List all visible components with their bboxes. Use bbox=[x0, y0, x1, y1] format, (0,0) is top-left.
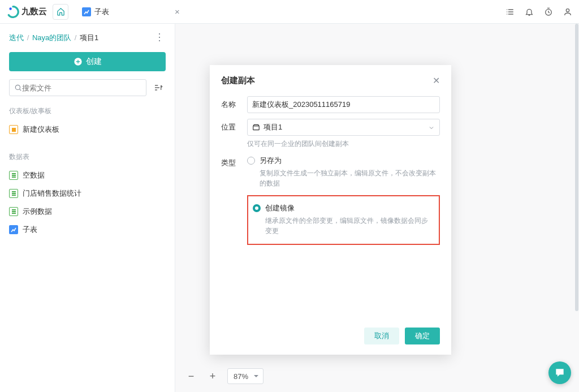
breadcrumb: 迭代 / Naya的团队 / 项目1 bbox=[9, 33, 98, 43]
help-fab[interactable] bbox=[548, 361, 571, 384]
chevron-down-icon bbox=[428, 124, 435, 131]
table-icon bbox=[9, 171, 18, 180]
dialog-title: 创建副本 bbox=[221, 75, 255, 86]
option-desc: 继承原文件的全部变更，编辑原文件，镜像数据会同步变更 bbox=[265, 216, 434, 236]
table-icon bbox=[9, 207, 18, 216]
create-button[interactable]: 创建 bbox=[9, 52, 166, 71]
chart-icon bbox=[82, 7, 91, 16]
type-label: 类型 bbox=[221, 154, 247, 245]
option-title: 另存为 bbox=[260, 156, 440, 166]
list-icon[interactable] bbox=[505, 7, 515, 16]
bell-icon[interactable] bbox=[525, 7, 534, 16]
name-input[interactable] bbox=[247, 96, 440, 113]
dashboard-icon bbox=[9, 125, 18, 134]
nav-label: 新建仪表板 bbox=[23, 124, 59, 135]
crumb-team[interactable]: Naya的团队 bbox=[32, 33, 71, 42]
search-input-wrap[interactable] bbox=[9, 79, 146, 96]
brand-text: 九数云 bbox=[21, 6, 47, 17]
brand-logo: 九数云 bbox=[7, 6, 47, 18]
radio-icon-selected bbox=[253, 204, 261, 212]
ok-button[interactable]: 确定 bbox=[405, 328, 440, 344]
nav-item-table-3[interactable]: 子表 bbox=[9, 221, 166, 239]
cancel-button[interactable]: 取消 bbox=[364, 328, 399, 344]
option-title: 创建镜像 bbox=[265, 203, 434, 213]
nav-item-table-0[interactable]: 空数据 bbox=[9, 166, 166, 184]
chart-icon bbox=[9, 225, 18, 234]
more-icon[interactable]: ⋯ bbox=[154, 32, 166, 44]
home-button[interactable] bbox=[53, 4, 68, 20]
search-input[interactable] bbox=[22, 84, 141, 92]
plus-circle-icon bbox=[74, 57, 83, 66]
option-save-as[interactable]: 另存为 复制原文件生成一个独立副本，编辑原文件，不会改变副本的数据 bbox=[247, 154, 440, 189]
crumb-current: 项目1 bbox=[80, 33, 98, 42]
svg-point-0 bbox=[9, 7, 11, 10]
radio-icon bbox=[247, 157, 255, 165]
svg-point-2 bbox=[566, 8, 569, 11]
option-mirror-highlight: 创建镜像 继承原文件的全部变更，编辑原文件，镜像数据会同步变更 bbox=[247, 195, 440, 245]
zoom-in-button[interactable]: + bbox=[206, 369, 219, 383]
tab-label: 子表 bbox=[94, 7, 109, 17]
topbar-actions bbox=[505, 7, 572, 16]
svg-point-4 bbox=[15, 85, 20, 89]
option-desc: 复制原文件生成一个独立副本，编辑原文件，不会改变副本的数据 bbox=[260, 168, 440, 188]
name-label: 名称 bbox=[221, 96, 247, 113]
nav-label: 示例数据 bbox=[23, 206, 52, 217]
group-dashboards-label: 仪表板/故事板 bbox=[9, 106, 166, 116]
zoom-controls: − + 87% bbox=[184, 368, 263, 384]
logo-icon bbox=[7, 6, 19, 18]
group-tables-label: 数据表 bbox=[9, 152, 166, 162]
project-icon bbox=[252, 123, 260, 131]
nav-item-table-1[interactable]: 门店销售数据统计 bbox=[9, 184, 166, 203]
topbar: 九数云 子表 × bbox=[0, 0, 579, 24]
sort-icon[interactable] bbox=[151, 80, 166, 95]
timer-icon[interactable] bbox=[544, 7, 553, 16]
tab-close-button[interactable]: × bbox=[175, 7, 180, 16]
zoom-out-button[interactable]: − bbox=[184, 369, 198, 383]
nav-item-dashboard[interactable]: 新建仪表板 bbox=[9, 120, 166, 139]
home-icon bbox=[57, 7, 65, 16]
nav-label: 门店销售数据统计 bbox=[23, 188, 81, 199]
crumb-root[interactable]: 迭代 bbox=[9, 33, 24, 42]
nav-label: 子表 bbox=[23, 225, 37, 235]
nav-label: 空数据 bbox=[23, 170, 45, 180]
scrollbar[interactable] bbox=[575, 24, 578, 392]
user-icon[interactable] bbox=[563, 7, 572, 16]
zoom-select[interactable]: 87% bbox=[227, 368, 263, 384]
table-icon bbox=[9, 189, 18, 198]
nav-item-table-2[interactable]: 示例数据 bbox=[9, 203, 166, 221]
location-help: 仅可在同一企业的团队间创建副本 bbox=[247, 139, 440, 149]
tab-subtable[interactable]: 子表 × bbox=[79, 7, 183, 17]
create-copy-dialog: 创建副本 ✕ 名称 位置 项目1 仅可在同一企业的团队间创建副本 类型 bbox=[210, 65, 451, 355]
location-select[interactable]: 项目1 bbox=[247, 119, 440, 136]
location-value: 项目1 bbox=[263, 122, 282, 132]
create-label: 创建 bbox=[86, 57, 102, 67]
dialog-close-button[interactable]: ✕ bbox=[433, 75, 440, 86]
option-create-mirror[interactable]: 创建镜像 继承原文件的全部变更，编辑原文件，镜像数据会同步变更 bbox=[253, 202, 434, 237]
zoom-value: 87% bbox=[234, 372, 248, 381]
chat-icon bbox=[554, 367, 565, 378]
location-label: 位置 bbox=[221, 119, 247, 149]
search-icon bbox=[14, 84, 22, 92]
sidebar: 迭代 / Naya的团队 / 项目1 ⋯ 创建 仪表板/故事板 新建仪表板 bbox=[0, 24, 175, 392]
